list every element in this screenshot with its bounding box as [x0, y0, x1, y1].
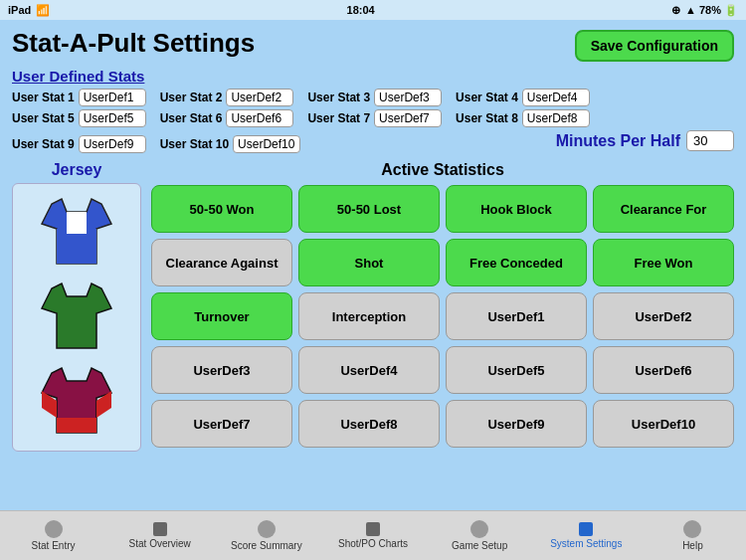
battery-icon: ▲ 78% 🔋 [685, 4, 738, 17]
user-stat-7-input[interactable] [374, 109, 442, 127]
user-stats-row-2: User Stat 5 User Stat 6 User Stat 7 User… [12, 109, 734, 127]
wifi-icon: 📶 [36, 4, 50, 17]
tab-system-settings[interactable]: System Settings [533, 522, 640, 549]
jersey-maroon[interactable] [32, 363, 121, 441]
tab-game-setup[interactable]: Game Setup [427, 520, 533, 551]
user-stat-4: User Stat 4 [456, 89, 590, 106]
jersey-box [12, 183, 141, 452]
user-stat-8: User Stat 8 [456, 109, 590, 127]
tab-label-1: Stat Overview [129, 538, 191, 549]
minutes-per-half-input[interactable] [686, 130, 734, 151]
user-stat-1-input[interactable] [79, 89, 146, 106]
tab-label-3: Shot/PO Charts [338, 538, 408, 549]
jersey-section-title: Jersey [12, 161, 141, 179]
stat-button-userdef3[interactable]: UserDef3 [151, 346, 292, 394]
user-stat-3-label: User Stat 3 [307, 91, 370, 104]
stat-button-free-conceded[interactable]: Free Conceded [446, 239, 587, 286]
stat-button-clearance-for[interactable]: Clearance For [593, 185, 734, 233]
user-stat-10-label: User Stat 10 [160, 137, 229, 151]
user-stat-10: User Stat 10 [160, 135, 300, 153]
user-stat-4-input[interactable] [522, 89, 590, 106]
app-title: Stat-A-Pult Settings [12, 28, 255, 59]
user-stat-5-input[interactable] [79, 109, 146, 127]
tab-icon-6 [683, 520, 701, 538]
tab-shot/po-charts[interactable]: Shot/PO Charts [319, 522, 426, 549]
status-bar: iPad 📶 18:04 ⊕ ▲ 78% 🔋 [0, 0, 746, 20]
user-stat-7-label: User Stat 7 [307, 111, 370, 125]
user-stat-4-label: User Stat 4 [456, 91, 518, 104]
stat-button-userdef9[interactable]: UserDef9 [446, 400, 587, 448]
stat-button-hook-block[interactable]: Hook Block [446, 185, 587, 233]
stat-button-50-50-won[interactable]: 50-50 Won [151, 185, 292, 233]
svg-marker-3 [67, 212, 87, 234]
user-stat-9-input[interactable] [79, 135, 146, 153]
tab-icon-4 [470, 520, 488, 538]
user-stats-row-3: User Stat 9 User Stat 10 [12, 135, 300, 153]
tab-stat-overview[interactable]: Stat Overview [106, 522, 213, 549]
tab-icon-3 [366, 522, 380, 536]
stat-button-free-won[interactable]: Free Won [593, 239, 734, 286]
tab-label-2: Score Summary [231, 540, 302, 551]
bottom-section: Jersey [12, 161, 734, 452]
stat-button-userdef5[interactable]: UserDef5 [446, 346, 587, 394]
tab-icon-1 [153, 522, 167, 536]
stat-button-shot[interactable]: Shot [298, 239, 440, 286]
stat-button-userdef6[interactable]: UserDef6 [593, 346, 734, 394]
tab-icon-5 [579, 522, 593, 536]
svg-marker-6 [57, 418, 96, 433]
stat-button-userdef4[interactable]: UserDef4 [298, 346, 440, 394]
user-defined-stats-title: User Defined Stats [12, 68, 734, 85]
location-icon: ⊕ [671, 4, 680, 17]
stat-button-50-50-lost[interactable]: 50-50 Lost [298, 185, 440, 233]
stat-button-userdef7[interactable]: UserDef7 [151, 400, 292, 448]
header-row: Stat-A-Pult Settings Save Configuration [12, 28, 734, 62]
tab-stat-entry[interactable]: Stat Entry [0, 520, 106, 551]
active-stats-title: Active Statistics [151, 161, 734, 179]
stat-button-userdef2[interactable]: UserDef2 [593, 292, 734, 340]
tab-score-summary[interactable]: Score Summary [213, 520, 319, 551]
stat-button-userdef8[interactable]: UserDef8 [298, 400, 440, 448]
user-stat-7: User Stat 7 [307, 109, 442, 127]
user-stat-2: User Stat 2 [160, 89, 294, 106]
jersey-blue[interactable] [32, 194, 121, 272]
minutes-per-half-row: Minutes Per Half [556, 130, 734, 151]
status-time: 18:04 [347, 4, 375, 16]
user-stat-8-label: User Stat 8 [456, 111, 518, 125]
tab-label-6: Help [682, 540, 703, 551]
user-stats-grid: User Stat 1 User Stat 2 User Stat 3 User… [12, 89, 734, 157]
user-stat-3-input[interactable] [374, 89, 442, 106]
active-stats-column: Active Statistics 50-50 Won50-50 LostHoo… [151, 161, 734, 448]
user-stat-10-input[interactable] [233, 135, 300, 153]
user-stat-1: User Stat 1 [12, 89, 146, 106]
main-content: Stat-A-Pult Settings Save Configuration … [0, 20, 746, 520]
minutes-per-half-label: Minutes Per Half [556, 132, 680, 150]
user-stat-6-input[interactable] [226, 109, 293, 127]
tab-label-0: Stat Entry [32, 540, 76, 551]
stat-button-userdef10[interactable]: UserDef10 [593, 400, 734, 448]
ipad-label: iPad [8, 4, 31, 16]
stats-grid: 50-50 Won50-50 LostHook BlockClearance F… [151, 185, 734, 448]
user-stat-2-label: User Stat 2 [160, 91, 223, 104]
user-stat-3: User Stat 3 [307, 89, 442, 106]
status-left: iPad 📶 [8, 4, 50, 17]
user-stat-5-label: User Stat 5 [12, 111, 75, 125]
tab-label-5: System Settings [550, 538, 622, 549]
user-stat-9: User Stat 9 [12, 135, 146, 153]
user-stat-1-label: User Stat 1 [12, 91, 75, 104]
tab-help[interactable]: Help [640, 520, 746, 551]
svg-marker-4 [42, 283, 111, 348]
user-stat-8-input[interactable] [522, 109, 590, 127]
svg-marker-2 [57, 229, 96, 264]
jersey-column: Jersey [12, 161, 141, 452]
jersey-green[interactable] [32, 279, 121, 356]
stat-button-userdef1[interactable]: UserDef1 [446, 292, 587, 340]
stat-button-interception[interactable]: Interception [298, 292, 440, 340]
stat-button-clearance-against[interactable]: Clearance Against [151, 239, 292, 286]
tab-label-4: Game Setup [452, 540, 507, 551]
tab-icon-0 [45, 520, 63, 538]
stat-button-turnover[interactable]: Turnover [151, 292, 292, 340]
user-stat-6-label: User Stat 6 [160, 111, 223, 125]
user-stat-2-input[interactable] [226, 89, 293, 106]
save-configuration-button[interactable]: Save Configuration [575, 30, 734, 62]
user-stats-row-1: User Stat 1 User Stat 2 User Stat 3 User… [12, 89, 734, 106]
